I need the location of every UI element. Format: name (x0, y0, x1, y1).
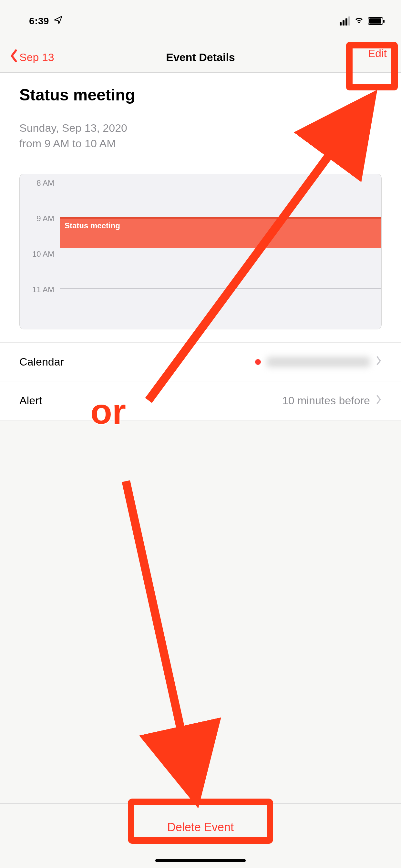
arrow-to-delete-icon (120, 475, 233, 798)
timeline-hour-label: 8 AM (20, 177, 60, 188)
status-left: 6:39 (29, 16, 63, 27)
calendar-row[interactable]: Calendar (0, 343, 401, 381)
edit-button[interactable]: Edit (363, 44, 391, 63)
cellular-signal-icon (340, 17, 350, 26)
alert-value-container: 10 minutes before (282, 394, 382, 407)
nav-bar: Sep 13 Event Details Edit (0, 42, 401, 73)
status-bar: 6:39 (0, 0, 401, 42)
status-right (340, 15, 383, 27)
alert-value: 10 minutes before (282, 394, 370, 407)
timeline-hour-label: 9 AM (20, 213, 60, 223)
calendar-label: Calendar (19, 355, 64, 368)
alert-label: Alert (19, 394, 42, 407)
chevron-right-icon (376, 394, 382, 407)
battery-icon (368, 17, 383, 25)
page-title: Event Details (166, 51, 235, 64)
timeline-hour-row: 10 AM (20, 248, 381, 284)
back-button[interactable]: Sep 13 (10, 42, 54, 72)
clock: 6:39 (29, 16, 49, 27)
alert-row[interactable]: Alert 10 minutes before (0, 381, 401, 420)
settings-rows: Calendar Alert 10 minutes before (0, 342, 401, 420)
timeline-hour-row: 11 AM (20, 284, 381, 319)
mini-timeline[interactable]: 8 AM9 AM10 AM11 AMStatus meeting (19, 174, 382, 330)
back-label: Sep 13 (19, 51, 54, 64)
timeline-hour-line (60, 288, 381, 289)
wifi-icon (354, 15, 364, 27)
timeline-hour-line (60, 253, 381, 253)
calendar-value (255, 355, 382, 368)
timeline-hour-row: 8 AM (20, 177, 381, 213)
event-title: Status meeting (19, 86, 382, 104)
svg-line-1 (126, 481, 194, 788)
calendar-color-dot-icon (255, 359, 261, 365)
delete-event-button[interactable]: Delete Event (152, 813, 249, 841)
chevron-left-icon (10, 49, 18, 65)
event-header: Status meeting Sunday, Sep 13, 2020 from… (0, 73, 401, 167)
event-date: Sunday, Sep 13, 2020 (19, 120, 382, 136)
location-arrow-icon (54, 16, 63, 27)
timeline-hour-label: 10 AM (20, 248, 60, 259)
event-details: Status meeting Sunday, Sep 13, 2020 from… (0, 73, 401, 421)
timeline-hour-label: 11 AM (20, 284, 60, 294)
event-time: from 9 AM to 10 AM (19, 136, 382, 151)
calendar-account-redacted (267, 357, 370, 367)
bottom-toolbar: Delete Event (0, 803, 401, 868)
home-indicator[interactable] (155, 859, 246, 862)
chevron-right-icon (376, 355, 382, 368)
timeline-event-block[interactable]: Status meeting (60, 217, 381, 248)
